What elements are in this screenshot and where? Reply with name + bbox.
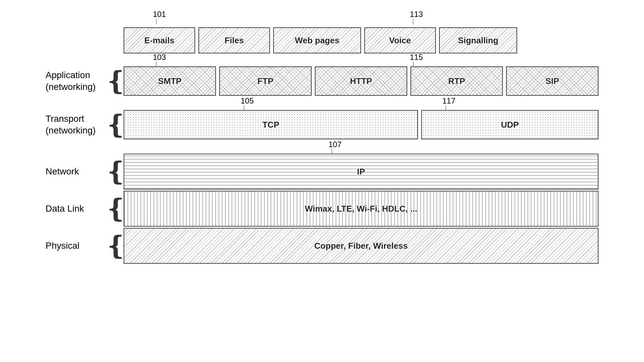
files-label: Files	[224, 35, 244, 46]
transport-row: Transport (networking) ❴ TCP UDP	[46, 110, 598, 139]
application-content: SMTP FTP HTTP RTP SIP	[124, 66, 598, 96]
files-box: Files	[198, 27, 270, 53]
network-row: Network ❴ IP	[46, 154, 598, 189]
ref-101: 101	[153, 10, 166, 19]
udp-box: UDP	[421, 110, 598, 139]
rtp-box: RTP	[410, 66, 503, 96]
ref-113: 113	[410, 10, 423, 19]
ref-115: 115	[410, 53, 423, 62]
ref-row-top: 101 113	[46, 10, 598, 24]
http-label: HTTP	[350, 76, 372, 86]
ref-117: 117	[442, 96, 455, 105]
webpages-box: Web pages	[273, 27, 361, 53]
udp-label: UDP	[501, 120, 519, 130]
voice-label: Voice	[389, 35, 411, 46]
datalink-label: Data Link ❴	[46, 203, 124, 215]
ftp-box: FTP	[219, 66, 312, 96]
network-label: Network ❴	[46, 166, 124, 177]
webpages-label: Web pages	[295, 35, 340, 46]
top-items-row: E-mails Files Web pages Voice Signalling	[46, 27, 598, 53]
physical-row: Physical ❴ Copper, Fiber, Wireless	[46, 228, 598, 264]
ref-103: 103	[153, 53, 166, 62]
application-row: Application (networking) ❴ SMTP FTP HTTP…	[46, 66, 598, 96]
datalink-content-label: Wimax, LTE, Wi-Fi, HDLC, ...	[305, 204, 417, 214]
network-content: IP	[124, 154, 598, 189]
voice-box: Voice	[364, 27, 436, 53]
physical-label: Physical ❴	[46, 240, 124, 252]
application-label: Application (networking) ❴	[46, 69, 124, 93]
diagram-container: 101 113 E-mails Files Web pages Voice Si…	[0, 10, 644, 362]
datalink-box: Wimax, LTE, Wi-Fi, HDLC, ...	[124, 191, 598, 227]
ref-row-network: 107	[46, 141, 598, 154]
ip-box: IP	[124, 154, 598, 189]
physical-content: Copper, Fiber, Wireless	[124, 228, 598, 264]
datalink-row: Data Link ❴ Wimax, LTE, Wi-Fi, HDLC, ...	[46, 191, 598, 227]
smtp-box: SMTP	[124, 66, 216, 96]
sip-box: SIP	[506, 66, 598, 96]
tcp-label: TCP	[262, 120, 279, 130]
ref-105: 105	[241, 96, 254, 105]
transport-content: TCP UDP	[124, 110, 598, 139]
ip-label: IP	[357, 167, 365, 177]
emails-box: E-mails	[124, 27, 195, 53]
transport-label: Transport (networking) ❴	[46, 113, 124, 137]
physical-content-label: Copper, Fiber, Wireless	[314, 241, 408, 251]
rtp-label: RTP	[448, 76, 465, 86]
http-box: HTTP	[315, 66, 407, 96]
ref-row-transport: 105 117	[46, 97, 598, 110]
ref-row-app: 103 115	[46, 53, 598, 66]
signalling-box: Signalling	[439, 27, 517, 53]
ref-107: 107	[329, 140, 342, 149]
emails-label: E-mails	[144, 35, 175, 46]
tcp-box: TCP	[124, 110, 418, 139]
smtp-label: SMTP	[158, 76, 181, 86]
datalink-content: Wimax, LTE, Wi-Fi, HDLC, ...	[124, 191, 598, 227]
physical-box: Copper, Fiber, Wireless	[124, 228, 598, 264]
signalling-label: Signalling	[458, 35, 498, 46]
ftp-label: FTP	[257, 76, 273, 86]
sip-label: SIP	[545, 76, 559, 86]
